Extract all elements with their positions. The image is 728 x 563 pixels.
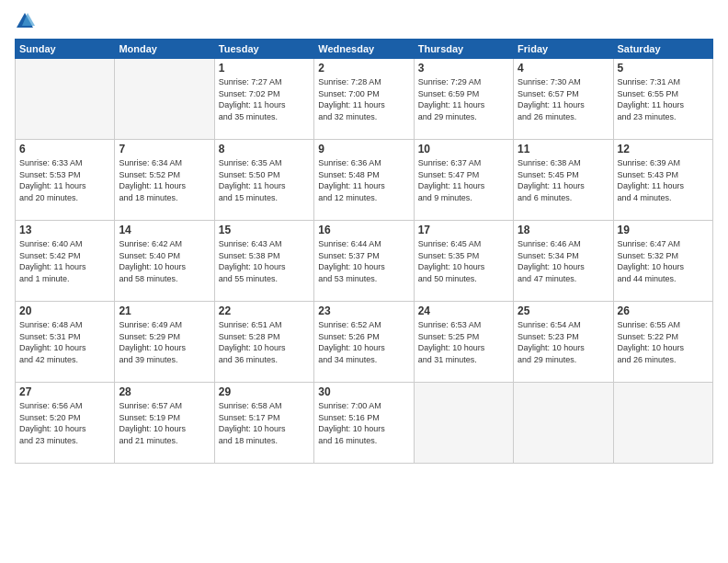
day-number: 29: [219, 385, 310, 398]
calendar-cell: 29Sunrise: 6:58 AM Sunset: 5:17 PM Dayli…: [214, 383, 313, 464]
calendar-cell: 26Sunrise: 6:55 AM Sunset: 5:22 PM Dayli…: [613, 302, 712, 383]
calendar-cell: [115, 59, 214, 140]
day-number: 9: [318, 143, 409, 155]
day-number: 22: [219, 304, 310, 317]
day-info: Sunrise: 6:53 AM Sunset: 5:25 PM Dayligh…: [418, 319, 509, 365]
calendar-cell: 3Sunrise: 7:29 AM Sunset: 6:59 PM Daylig…: [414, 59, 513, 140]
day-number: 24: [418, 304, 509, 317]
calendar-cell: 24Sunrise: 6:53 AM Sunset: 5:25 PM Dayli…: [414, 302, 513, 383]
week-row-4: 20Sunrise: 6:48 AM Sunset: 5:31 PM Dayli…: [16, 302, 713, 383]
week-row-3: 13Sunrise: 6:40 AM Sunset: 5:42 PM Dayli…: [16, 221, 713, 302]
day-info: Sunrise: 6:58 AM Sunset: 5:17 PM Dayligh…: [219, 400, 310, 446]
day-info: Sunrise: 6:37 AM Sunset: 5:47 PM Dayligh…: [418, 157, 509, 203]
day-number: 8: [219, 143, 310, 155]
day-number: 21: [119, 304, 210, 317]
day-info: Sunrise: 7:28 AM Sunset: 7:00 PM Dayligh…: [318, 76, 409, 122]
day-info: Sunrise: 6:56 AM Sunset: 5:20 PM Dayligh…: [19, 400, 110, 446]
day-info: Sunrise: 6:57 AM Sunset: 5:19 PM Dayligh…: [119, 400, 210, 446]
logo: [15, 11, 39, 31]
week-row-2: 6Sunrise: 6:33 AM Sunset: 5:53 PM Daylig…: [16, 140, 713, 221]
day-number: 5: [618, 62, 709, 75]
weekday-header-tuesday: Tuesday: [214, 40, 313, 59]
day-number: 25: [518, 304, 609, 317]
day-info: Sunrise: 7:31 AM Sunset: 6:55 PM Dayligh…: [618, 76, 709, 122]
day-info: Sunrise: 6:35 AM Sunset: 5:50 PM Dayligh…: [219, 157, 310, 203]
day-info: Sunrise: 6:38 AM Sunset: 5:45 PM Dayligh…: [518, 157, 609, 203]
day-info: Sunrise: 6:44 AM Sunset: 5:37 PM Dayligh…: [318, 238, 409, 284]
day-number: 11: [518, 143, 609, 155]
calendar-cell: 27Sunrise: 6:56 AM Sunset: 5:20 PM Dayli…: [16, 383, 115, 464]
logo-icon: [15, 11, 35, 31]
day-info: Sunrise: 6:46 AM Sunset: 5:34 PM Dayligh…: [518, 238, 609, 284]
weekday-header-friday: Friday: [514, 40, 613, 59]
day-info: Sunrise: 6:34 AM Sunset: 5:52 PM Dayligh…: [119, 157, 210, 203]
day-number: 18: [518, 224, 609, 236]
day-info: Sunrise: 6:43 AM Sunset: 5:38 PM Dayligh…: [219, 238, 310, 284]
calendar-table: SundayMondayTuesdayWednesdayThursdayFrid…: [15, 39, 713, 464]
day-number: 4: [518, 62, 609, 75]
day-number: 1: [219, 62, 310, 75]
calendar-cell: 28Sunrise: 6:57 AM Sunset: 5:19 PM Dayli…: [115, 383, 214, 464]
day-number: 2: [318, 62, 409, 75]
day-info: Sunrise: 7:27 AM Sunset: 7:02 PM Dayligh…: [219, 76, 310, 122]
header: [15, 11, 713, 31]
page: SundayMondayTuesdayWednesdayThursdayFrid…: [0, 0, 728, 563]
calendar-cell: 10Sunrise: 6:37 AM Sunset: 5:47 PM Dayli…: [414, 140, 513, 221]
day-number: 3: [418, 62, 509, 75]
day-info: Sunrise: 6:40 AM Sunset: 5:42 PM Dayligh…: [19, 238, 110, 284]
day-info: Sunrise: 6:42 AM Sunset: 5:40 PM Dayligh…: [119, 238, 210, 284]
day-number: 19: [618, 224, 709, 236]
calendar-cell: [613, 383, 712, 464]
day-info: Sunrise: 7:29 AM Sunset: 6:59 PM Dayligh…: [418, 76, 509, 122]
day-info: Sunrise: 7:30 AM Sunset: 6:57 PM Dayligh…: [518, 76, 609, 122]
calendar-cell: 8Sunrise: 6:35 AM Sunset: 5:50 PM Daylig…: [214, 140, 313, 221]
calendar-cell: 7Sunrise: 6:34 AM Sunset: 5:52 PM Daylig…: [115, 140, 214, 221]
day-info: Sunrise: 6:54 AM Sunset: 5:23 PM Dayligh…: [518, 319, 609, 365]
day-number: 30: [318, 385, 409, 398]
day-info: Sunrise: 6:45 AM Sunset: 5:35 PM Dayligh…: [418, 238, 509, 284]
calendar-cell: 30Sunrise: 7:00 AM Sunset: 5:16 PM Dayli…: [314, 383, 414, 464]
calendar-cell: 1Sunrise: 7:27 AM Sunset: 7:02 PM Daylig…: [214, 59, 313, 140]
day-info: Sunrise: 6:36 AM Sunset: 5:48 PM Dayligh…: [318, 157, 409, 203]
day-number: 14: [119, 224, 210, 236]
weekday-header-wednesday: Wednesday: [314, 40, 414, 59]
calendar-cell: 23Sunrise: 6:52 AM Sunset: 5:26 PM Dayli…: [314, 302, 414, 383]
calendar-cell: [16, 59, 115, 140]
day-info: Sunrise: 6:51 AM Sunset: 5:28 PM Dayligh…: [219, 319, 310, 365]
day-number: 23: [318, 304, 409, 317]
day-number: 26: [618, 304, 709, 317]
day-info: Sunrise: 6:33 AM Sunset: 5:53 PM Dayligh…: [19, 157, 110, 203]
calendar-cell: 13Sunrise: 6:40 AM Sunset: 5:42 PM Dayli…: [16, 221, 115, 302]
day-number: 7: [119, 143, 210, 155]
calendar-cell: 25Sunrise: 6:54 AM Sunset: 5:23 PM Dayli…: [514, 302, 613, 383]
calendar-cell: 9Sunrise: 6:36 AM Sunset: 5:48 PM Daylig…: [314, 140, 414, 221]
weekday-header-saturday: Saturday: [613, 40, 712, 59]
day-info: Sunrise: 6:48 AM Sunset: 5:31 PM Dayligh…: [19, 319, 110, 365]
day-info: Sunrise: 7:00 AM Sunset: 5:16 PM Dayligh…: [318, 400, 409, 446]
calendar-cell: 6Sunrise: 6:33 AM Sunset: 5:53 PM Daylig…: [16, 140, 115, 221]
calendar-cell: 11Sunrise: 6:38 AM Sunset: 5:45 PM Dayli…: [514, 140, 613, 221]
weekday-header-monday: Monday: [115, 40, 214, 59]
calendar-cell: [514, 383, 613, 464]
day-number: 13: [19, 224, 110, 236]
calendar-cell: 18Sunrise: 6:46 AM Sunset: 5:34 PM Dayli…: [514, 221, 613, 302]
day-number: 17: [418, 224, 509, 236]
calendar-cell: 14Sunrise: 6:42 AM Sunset: 5:40 PM Dayli…: [115, 221, 214, 302]
calendar-cell: 19Sunrise: 6:47 AM Sunset: 5:32 PM Dayli…: [613, 221, 712, 302]
weekday-header-row: SundayMondayTuesdayWednesdayThursdayFrid…: [16, 40, 713, 59]
day-number: 12: [618, 143, 709, 155]
calendar-cell: 2Sunrise: 7:28 AM Sunset: 7:00 PM Daylig…: [314, 59, 414, 140]
day-info: Sunrise: 6:47 AM Sunset: 5:32 PM Dayligh…: [618, 238, 709, 284]
week-row-1: 1Sunrise: 7:27 AM Sunset: 7:02 PM Daylig…: [16, 59, 713, 140]
day-info: Sunrise: 6:49 AM Sunset: 5:29 PM Dayligh…: [119, 319, 210, 365]
day-number: 27: [19, 385, 110, 398]
week-row-5: 27Sunrise: 6:56 AM Sunset: 5:20 PM Dayli…: [16, 383, 713, 464]
calendar-cell: 22Sunrise: 6:51 AM Sunset: 5:28 PM Dayli…: [214, 302, 313, 383]
weekday-header-sunday: Sunday: [16, 40, 115, 59]
calendar-cell: 4Sunrise: 7:30 AM Sunset: 6:57 PM Daylig…: [514, 59, 613, 140]
calendar-cell: 16Sunrise: 6:44 AM Sunset: 5:37 PM Dayli…: [314, 221, 414, 302]
day-number: 6: [19, 143, 110, 155]
calendar-cell: [414, 383, 513, 464]
day-info: Sunrise: 6:55 AM Sunset: 5:22 PM Dayligh…: [618, 319, 709, 365]
calendar-cell: 17Sunrise: 6:45 AM Sunset: 5:35 PM Dayli…: [414, 221, 513, 302]
